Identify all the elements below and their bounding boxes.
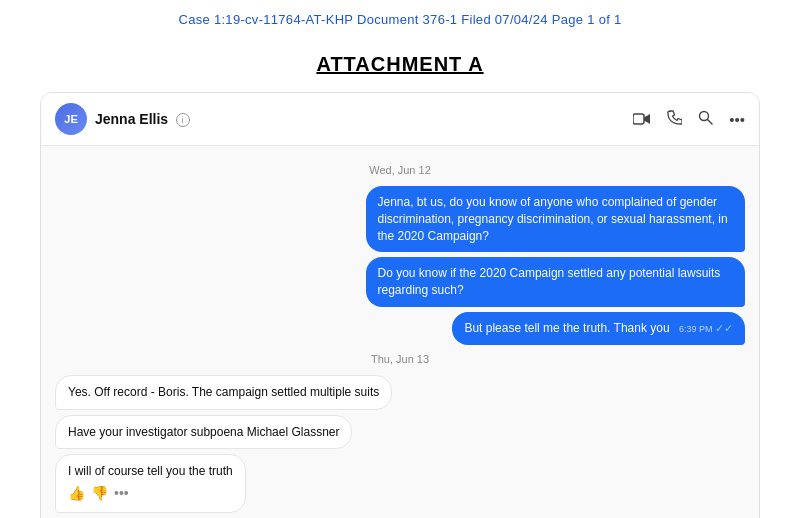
sent-message-2: Do you know if the 2020 Campaign settled… bbox=[55, 257, 745, 307]
info-icon[interactable]: i bbox=[176, 113, 190, 127]
received-message-1: Yes. Off record - Boris. The campaign se… bbox=[55, 375, 745, 410]
sent-message-3: But please tell me the truth. Thank you … bbox=[55, 312, 745, 345]
svg-rect-0 bbox=[633, 114, 644, 124]
phone-icon[interactable] bbox=[667, 110, 682, 128]
thumbs-up-icon[interactable]: 👍 bbox=[68, 484, 85, 504]
case-info-text: Case 1:19-cv-11764-AT-KHP Document 376-1… bbox=[178, 12, 621, 27]
sent-message-1: Jenna, bt us, do you know of anyone who … bbox=[55, 186, 745, 252]
read-receipt: ✓✓ bbox=[715, 321, 733, 336]
chat-body: Wed, Jun 12 Jenna, bt us, do you know of… bbox=[41, 146, 759, 518]
sent-timestamp-3: 6:39 PM ✓✓ bbox=[679, 324, 733, 334]
received-message-3: I will of course tell you the truth 👍 👎 … bbox=[55, 454, 745, 512]
date-label-1: Wed, Jun 12 bbox=[55, 164, 745, 176]
message-more-icon[interactable]: ••• bbox=[114, 484, 129, 504]
sent-bubble-1: Jenna, bt us, do you know of anyone who … bbox=[366, 186, 746, 252]
chat-container: JE Jenna Ellis i bbox=[40, 92, 760, 518]
more-options-icon[interactable]: ••• bbox=[729, 111, 745, 128]
received-bubble-3: I will of course tell you the truth 👍 👎 … bbox=[55, 454, 246, 512]
received-message-2: Have your investigator subpoena Michael … bbox=[55, 415, 745, 450]
document-header: Case 1:19-cv-11764-AT-KHP Document 376-1… bbox=[0, 0, 800, 35]
date-label-2: Thu, Jun 13 bbox=[55, 353, 745, 365]
received-bubble-1: Yes. Off record - Boris. The campaign se… bbox=[55, 375, 392, 410]
attachment-title: ATTACHMENT A bbox=[0, 53, 800, 76]
received-bubble-2: Have your investigator subpoena Michael … bbox=[55, 415, 352, 450]
search-icon[interactable] bbox=[698, 110, 713, 128]
chat-header-icons: ••• bbox=[633, 110, 745, 128]
chat-header-left: JE Jenna Ellis i bbox=[55, 103, 190, 135]
message-footer-3: 👍 👎 ••• bbox=[68, 484, 233, 504]
sent-bubble-3: But please tell me the truth. Thank you … bbox=[452, 312, 745, 345]
avatar: JE bbox=[55, 103, 87, 135]
svg-line-2 bbox=[708, 120, 713, 125]
contact-name: Jenna Ellis bbox=[95, 111, 168, 127]
chat-header: JE Jenna Ellis i bbox=[41, 93, 759, 146]
thumbs-down-icon[interactable]: 👎 bbox=[91, 484, 108, 504]
sent-bubble-2: Do you know if the 2020 Campaign settled… bbox=[366, 257, 746, 307]
contact-info: Jenna Ellis i bbox=[95, 110, 190, 128]
video-call-icon[interactable] bbox=[633, 111, 651, 128]
